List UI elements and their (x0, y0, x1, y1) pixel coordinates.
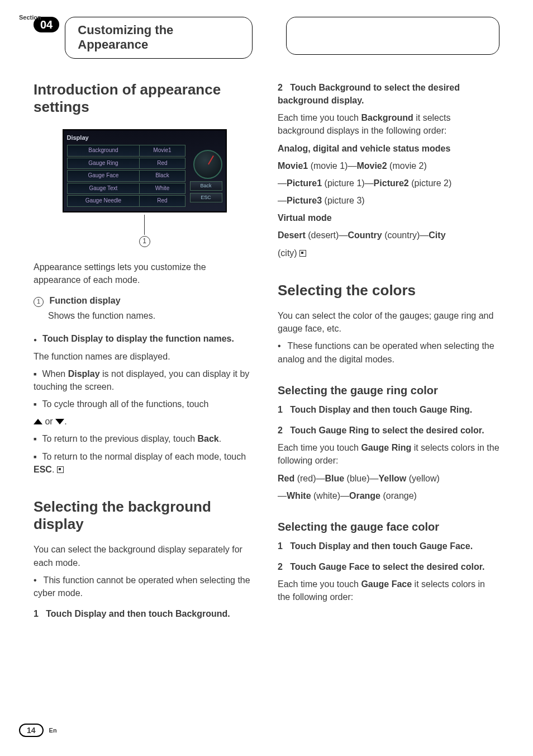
function-desc: Shows the function names. (48, 309, 255, 322)
page-footer: 14 En (19, 724, 57, 737)
bg-lead: You can select the background display se… (34, 543, 255, 569)
gauge-icon (193, 150, 222, 179)
menu-item[interactable]: Gauge RingRed (67, 158, 185, 169)
note-4: To return to the normal display of each … (34, 450, 255, 476)
touch-display-result: The function names are displayed. (34, 350, 255, 363)
colors-heading: Selecting the colors (278, 282, 499, 299)
page-number: 14 (19, 724, 44, 737)
intro-lead: Appearance settings lets you customize t… (34, 261, 255, 286)
menu-item[interactable]: Gauge TextWhite (67, 183, 185, 195)
back-button[interactable]: Back (190, 181, 222, 191)
section-label: Section (19, 14, 41, 21)
colors-bullet: These functions can be operated when sel… (278, 339, 499, 365)
note-1: When Display is not displayed, you can d… (34, 367, 255, 393)
bg-seq3: —Picture3 (picture 3) (278, 194, 499, 207)
arrow-down-icon (55, 419, 64, 424)
bg-step1: 1 Touch Display and then touch Backgroun… (34, 607, 255, 620)
virtual-heading: Virtual mode (278, 211, 499, 224)
bg-step2: 2 Touch Background to select the desired… (278, 81, 499, 107)
right-column: 2 Touch Background to select the desired… (278, 81, 499, 625)
section-title: Customizing the Appearance (65, 17, 253, 59)
esc-button[interactable]: ESC (190, 193, 222, 202)
end-mark-icon (299, 250, 306, 257)
callout-number: 1 (139, 236, 150, 247)
bg-bullet: This function cannot be operated when se… (34, 574, 255, 599)
bg-seq4: Desert (desert)—Country (country)—City (278, 229, 499, 242)
ring-seq1: Red (red)—Blue (blue)—Yellow (yellow) (278, 472, 499, 485)
intro-heading: Introduction of appearance settings (34, 81, 255, 116)
function-display-row: 1 Function display (34, 294, 255, 307)
face-step2: 2 Touch Gauge Face to select the desired… (278, 560, 499, 573)
face-desc: Each time you touch Gauge Face it select… (278, 578, 499, 603)
bg-seq1: Movie1 (movie 1)—Movie2 (movie 2) (278, 159, 499, 172)
menu-item[interactable]: BackgroundMovie1 (67, 145, 185, 157)
end-mark-icon (57, 466, 64, 473)
face-step1: 1 Touch Display and then touch Gauge Fac… (278, 540, 499, 552)
language-label: En (49, 727, 57, 734)
bg-seq2: —Picture1 (picture 1)—Picture2 (picture … (278, 177, 499, 190)
arrow-up-icon (34, 419, 42, 424)
bg-step2-desc: Each time you touch Background it select… (278, 111, 499, 137)
bg-heading: Selecting the background display (34, 498, 255, 533)
circled-number-icon: 1 (34, 297, 44, 307)
ring-desc: Each time you touch Gauge Ring it select… (278, 441, 499, 467)
section-header: 04 Customizing the Appearance (34, 17, 499, 59)
touch-display-step: Touch Display to display the function na… (34, 332, 255, 345)
left-column: Introduction of appearance settings Disp… (34, 81, 255, 625)
screenshot-menu: BackgroundMovie1 Gauge RingRed Gauge Fac… (67, 145, 185, 208)
ring-heading: Selecting the gauge ring color (278, 382, 499, 399)
ring-step2: 2 Touch Gauge Ring to select the desired… (278, 424, 499, 437)
ring-step1: 1 Touch Display and then touch Gauge Rin… (278, 403, 499, 416)
display-screenshot: Display BackgroundMovie1 Gauge RingRed G… (63, 129, 227, 212)
screenshot-wrap: Display BackgroundMovie1 Gauge RingRed G… (34, 126, 255, 247)
bg-seq5: (city) (278, 247, 499, 259)
note-3: To return to the previous display, touch… (34, 432, 255, 445)
menu-item[interactable]: Gauge NeedleRed (67, 195, 185, 207)
note-2: To cycle through all of the functions, t… (34, 398, 255, 410)
function-title: Function display (49, 296, 120, 305)
ring-seq2: —White (white)—Orange (orange) (278, 489, 499, 502)
colors-lead: You can select the color of the gauges; … (278, 309, 499, 335)
note-2-arrows: or . (34, 415, 255, 428)
screenshot-title: Display (67, 134, 222, 143)
empty-title-bubble (286, 17, 499, 55)
face-heading: Selecting the gauge face color (278, 519, 499, 535)
modes-heading: Analog, digital and vehicle status modes (278, 142, 499, 155)
menu-item[interactable]: Gauge FaceBlack (67, 170, 185, 182)
